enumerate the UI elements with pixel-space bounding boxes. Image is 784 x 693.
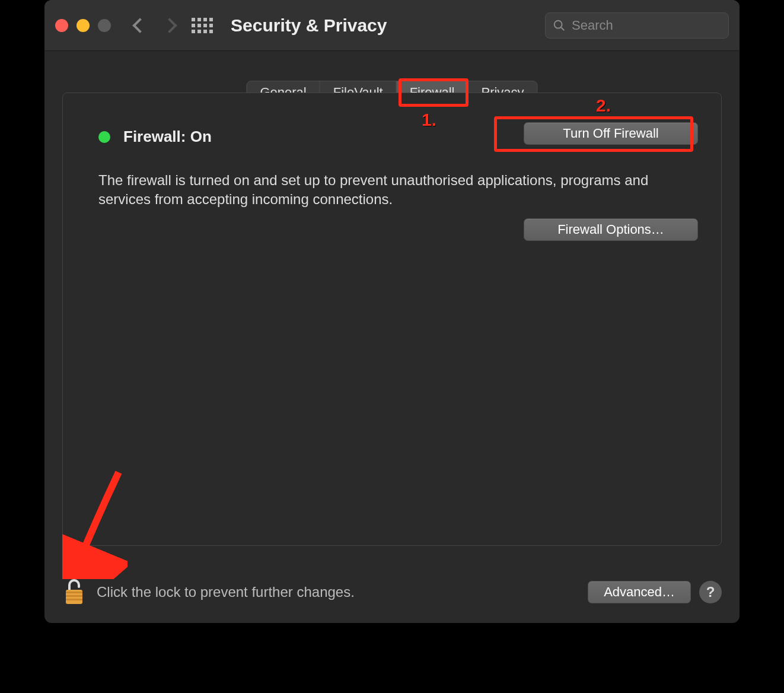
- forward-button: [162, 18, 177, 33]
- window-controls: [55, 19, 111, 32]
- zoom-window-button[interactable]: [98, 19, 111, 32]
- svg-rect-4: [66, 595, 82, 597]
- close-window-button[interactable]: [55, 19, 68, 32]
- minimize-window-button[interactable]: [77, 19, 90, 32]
- svg-rect-5: [66, 599, 82, 600]
- advanced-button[interactable]: Advanced…: [588, 581, 691, 603]
- footer: Click the lock to prevent further change…: [62, 578, 722, 606]
- svg-point-0: [554, 20, 562, 28]
- back-button[interactable]: [132, 18, 147, 33]
- help-button[interactable]: ?: [699, 581, 722, 603]
- firewall-description: The firewall is turned on and set up to …: [98, 171, 656, 209]
- preferences-window: Security & Privacy General FileVault Fir…: [44, 0, 740, 623]
- show-all-button[interactable]: [192, 18, 213, 33]
- nav-arrows: [135, 20, 175, 31]
- status-indicator-icon: [98, 131, 110, 143]
- lock-hint-text: Click the lock to prevent further change…: [97, 584, 355, 600]
- content-panel: Firewall: On The firewall is turned on a…: [62, 93, 722, 546]
- window-title: Security & Privacy: [231, 15, 387, 36]
- window-body: General FileVault Firewall Privacy Firew…: [44, 51, 740, 623]
- search-input[interactable]: [572, 18, 735, 33]
- firewall-options-button[interactable]: Firewall Options…: [524, 218, 698, 241]
- search-icon: [553, 19, 566, 32]
- firewall-status-label: Firewall: On: [123, 128, 212, 146]
- svg-line-1: [561, 27, 564, 30]
- lock-icon[interactable]: [62, 578, 86, 606]
- annotation-label-1: 1.: [422, 110, 436, 130]
- svg-rect-3: [66, 592, 82, 593]
- turn-off-firewall-button[interactable]: Turn Off Firewall: [524, 122, 698, 145]
- annotation-label-2: 2.: [596, 96, 611, 116]
- toolbar: Security & Privacy: [44, 0, 740, 51]
- search-field[interactable]: [545, 12, 729, 39]
